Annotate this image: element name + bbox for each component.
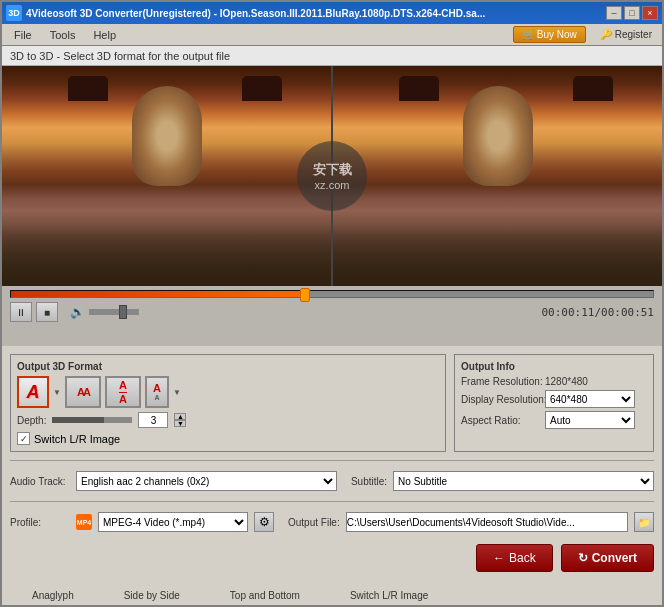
stop-button[interactable]: ■ (36, 302, 58, 322)
display-resolution-label: Display Resolution: (461, 394, 541, 405)
bg-element-left (68, 76, 108, 101)
cart-icon: 🛒 (522, 29, 534, 40)
depth-spinner: ▲ ▼ (174, 413, 186, 427)
maximize-button[interactable]: □ (624, 6, 640, 20)
frame-resolution-value: 1280*480 (545, 376, 588, 387)
video-area: 安下载 xz.com (2, 66, 662, 286)
extra-icon-mid: A (154, 394, 159, 401)
sidebyside-label: Side by Side (124, 590, 180, 601)
back-label: Back (509, 551, 536, 565)
convert-button[interactable]: ↻ Convert (561, 544, 654, 572)
anaglyph-btn-group: A (17, 376, 49, 408)
volume-fill (89, 309, 119, 315)
volume-slider[interactable] (89, 309, 139, 315)
action-buttons-row: ← Back ↻ Convert (10, 544, 654, 572)
depth-label: Depth: (17, 415, 46, 426)
gradient-overlay-left (2, 226, 331, 286)
switch-lr-label: Switch L/R Image (34, 433, 120, 445)
divider1 (10, 460, 654, 461)
progress-bar[interactable] (10, 290, 654, 298)
spin-up[interactable]: ▲ (174, 413, 186, 420)
display-resolution-select[interactable]: 640*480 1280*480 1920*720 (545, 390, 635, 408)
audio-track-select[interactable]: English aac 2 channels (0x2) (76, 471, 337, 491)
title-text: 4Videosoft 3D Converter(Unregistered) - … (26, 8, 485, 19)
output-3d-label: Output 3D Format (17, 361, 439, 372)
anaglyph-label: Anaglyph (32, 590, 74, 601)
frame-resolution-label: Frame Resolution: (461, 376, 541, 387)
back-icon: ← (493, 551, 505, 565)
progress-thumb[interactable] (300, 288, 310, 302)
profile-select[interactable]: MPEG-4 Video (*.mp4) (98, 512, 248, 532)
folder-button[interactable]: 📁 (634, 512, 654, 532)
output-3d-format-box: Output 3D Format A ▼ AA (10, 354, 446, 452)
gradient-overlay-right (333, 226, 662, 286)
controls-row: ⏸ ■ 🔊 00:00:11/00:00:51 (10, 302, 654, 322)
depth-slider[interactable] (52, 417, 132, 423)
window-controls: – □ × (606, 6, 658, 20)
spin-down[interactable]: ▼ (174, 420, 186, 427)
video-left (2, 66, 331, 286)
profile-format-text: MP4 (77, 519, 91, 526)
format-buttons: A ▼ AA A A (17, 376, 439, 408)
format-row: Output 3D Format A ▼ AA (10, 354, 654, 452)
subtitle-label: Subtitle: (351, 476, 387, 487)
menu-right: 🛒 Buy Now 🔑 Register (513, 26, 658, 43)
minimize-button[interactable]: – (606, 6, 622, 20)
bg-element-right (242, 76, 282, 101)
menu-bar: File Tools Help 🛒 Buy Now 🔑 Register (2, 24, 662, 46)
tools-menu[interactable]: Tools (42, 27, 84, 43)
close-button[interactable]: × (642, 6, 658, 20)
switch-lr-checkbox[interactable]: ✓ (17, 432, 30, 445)
depth-value[interactable] (138, 412, 168, 428)
menu-items: File Tools Help (6, 27, 124, 43)
topbottom-icon-top: A (119, 380, 127, 393)
subtitle-select[interactable]: No Subtitle (393, 471, 654, 491)
pause-button[interactable]: ⏸ (10, 302, 32, 322)
file-menu[interactable]: File (6, 27, 40, 43)
aspect-ratio-select[interactable]: Auto 4:3 16:9 (545, 411, 635, 429)
main-window: 3D 4Videosoft 3D Converter(Unregistered)… (0, 0, 664, 607)
bg-element-right2 (399, 76, 439, 101)
total-time: 00:00:51 (601, 306, 654, 319)
output-file-label: Output File: (288, 517, 340, 528)
video-scene-left (2, 66, 331, 286)
video-right (333, 66, 662, 286)
audio-track-label: Audio Track: (10, 476, 70, 487)
playback-controls: ⏸ ■ 🔊 (10, 302, 139, 322)
divider2 (10, 501, 654, 502)
aspect-ratio-row: Aspect Ratio: Auto 4:3 16:9 (461, 411, 647, 429)
anaglyph-button[interactable]: A (17, 376, 49, 408)
profile-row: Profile: MP4 MPEG-4 Video (*.mp4) ⚙ Outp… (10, 510, 654, 534)
extra-format-button[interactable]: A A (145, 376, 169, 408)
title-bar: 3D 4Videosoft 3D Converter(Unregistered)… (2, 2, 662, 24)
app-icon: 3D (6, 5, 22, 21)
pause-icon: ⏸ (16, 307, 26, 318)
dropdown-arrow: ▼ (53, 388, 61, 397)
audio-track-row: Audio Track: English aac 2 channels (0x2… (10, 469, 654, 493)
register-button[interactable]: 🔑 Register (594, 27, 658, 42)
bottom-section: Output 3D Format A ▼ AA (2, 346, 662, 586)
buy-now-button[interactable]: 🛒 Buy Now (513, 26, 586, 43)
volume-thumb[interactable] (119, 305, 127, 319)
settings-button[interactable]: ⚙ (254, 512, 274, 532)
convert-label: Convert (592, 551, 637, 565)
side-by-side-button[interactable]: AA (65, 376, 101, 408)
back-button[interactable]: ← Back (476, 544, 553, 572)
anaglyph-icon: A (27, 382, 40, 403)
help-menu[interactable]: Help (85, 27, 124, 43)
depth-row: Depth: ▲ ▼ (17, 412, 439, 428)
frame-resolution-row: Frame Resolution: 1280*480 (461, 376, 647, 387)
volume-icon: 🔊 (70, 305, 85, 319)
stop-icon: ■ (44, 307, 50, 318)
output-path-input[interactable] (346, 512, 628, 532)
display-resolution-row: Display Resolution: 640*480 1280*480 192… (461, 390, 647, 408)
progress-fill (11, 291, 300, 297)
output-info-box: Output Info Frame Resolution: 1280*480 D… (454, 354, 654, 452)
profile-label: Profile: (10, 517, 70, 528)
switchlr-label: Switch L/R Image (350, 590, 428, 601)
info-text: 3D to 3D - Select 3D format for the outp… (10, 50, 230, 62)
top-bottom-button[interactable]: A A (105, 376, 141, 408)
folder-icon: 📁 (638, 517, 650, 528)
convert-icon: ↻ (578, 551, 588, 565)
profile-format-icon: MP4 (76, 514, 92, 530)
